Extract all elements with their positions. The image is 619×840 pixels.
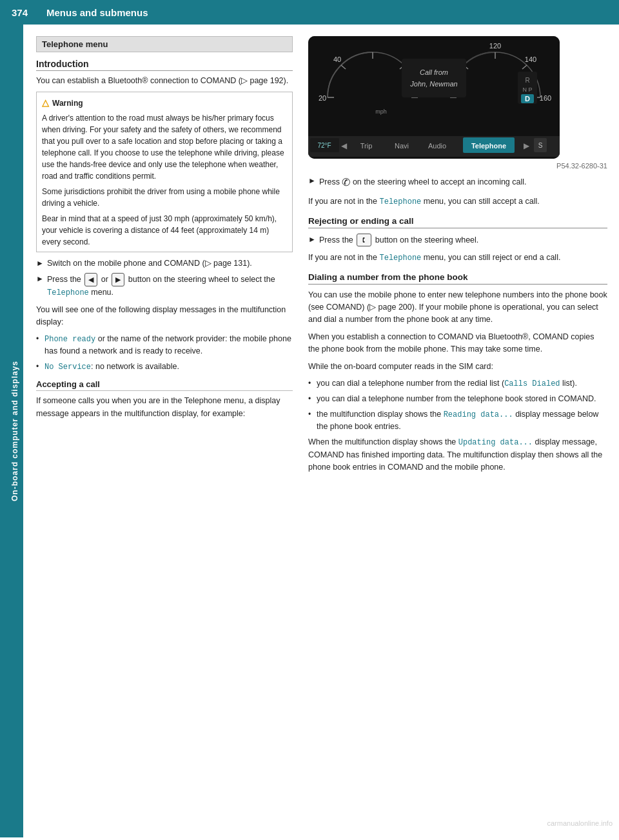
steps-list: ► Switch on the mobile phone and COMAND … (36, 257, 293, 298)
status-bullets: • Phone ready or the name of the network… (36, 333, 293, 373)
sim-bullet-2: • you can dial a telephone number from t… (308, 393, 607, 405)
step-1: ► Switch on the mobile phone and COMAND … (36, 257, 293, 270)
svg-text:◀: ◀ (341, 141, 348, 150)
bullet-no-service: • No Service: no network is available. (36, 361, 293, 373)
chapter-title: Menus and submenus (46, 7, 148, 18)
sidebar-accent-stripe (0, 25, 6, 837)
svg-text:160: 160 (540, 94, 551, 102)
warning-icon: △ (42, 96, 49, 110)
sim-bullets: • you can dial a telephone number from t… (308, 377, 607, 433)
dialing-heading: Dialing a number from the phone book (308, 272, 607, 285)
svg-text:mph: mph (375, 108, 387, 115)
accept-call-step: ► Press ✆ on the steering wheel to accep… (308, 175, 607, 190)
bullet-phone-ready: • Phone ready or the name of the network… (36, 333, 293, 357)
bullet-icon-2: • (36, 361, 41, 373)
page-body: On-board computer and displays Telephone… (0, 25, 619, 837)
reject-call-step: ► Press the 🕻 button on the steering whe… (308, 234, 607, 247)
svg-text:N P: N P (522, 86, 532, 93)
left-button: ◀ (84, 273, 97, 286)
sim-bullet-icon-3: • (308, 408, 313, 433)
svg-text:40: 40 (333, 55, 341, 63)
accepting-call-heading: Accepting a call (36, 379, 293, 391)
accepting-call-para: If someone calls you when you are in the… (36, 395, 293, 420)
dialing-para4: When the multifunction display shows the… (308, 436, 607, 474)
arrow-icon-reject: ► (308, 234, 316, 247)
svg-rect-16 (402, 59, 466, 97)
warning-text-1: A driver's attention to the road must al… (42, 112, 287, 182)
arrow-icon-2: ► (36, 273, 44, 299)
warning-box: △ Warning A driver's attention to the ro… (36, 92, 293, 252)
svg-text:Trip: Trip (360, 142, 373, 150)
you-will-see-para: You will see one of the following displa… (36, 304, 293, 329)
rejecting-heading: Rejecting or ending a call (308, 216, 607, 228)
introduction-para: You can establish a Bluetooth® connectio… (36, 75, 293, 87)
svg-text:20: 20 (319, 94, 326, 102)
accept-call-list: ► Press ✆ on the steering wheel to accep… (308, 175, 607, 190)
warning-title: △ Warning (42, 96, 287, 110)
svg-text:72°F: 72°F (317, 142, 331, 149)
svg-text:S: S (538, 142, 543, 149)
arrow-icon-accept: ► (308, 175, 316, 190)
right-button: ▶ (112, 273, 124, 286)
sim-bullet-1: • you can dial a telephone number from t… (308, 377, 607, 390)
sim-bullet-icon-2: • (308, 393, 313, 405)
if-not-telephone-para: If you are not in the Telephone menu, yo… (308, 195, 607, 208)
svg-text:Call from: Call from (420, 68, 448, 76)
step-2: ► Press the ◀ or ▶ button on the steerin… (36, 273, 293, 299)
content-area: Telephone menu Introduction You can esta… (25, 25, 619, 837)
svg-text:D: D (525, 95, 530, 103)
svg-text:John, Newman: John, Newman (409, 80, 457, 88)
if-not-telephone-para2: If you are not in the Telephone menu, yo… (308, 252, 607, 265)
dialing-para1: You can use the mobile phone to enter ne… (308, 289, 607, 326)
cluster-image: 20 40 120 140 (308, 36, 560, 159)
svg-text:120: 120 (489, 42, 501, 50)
dialing-para3: While the on-board computer reads in the… (308, 361, 607, 373)
reject-call-list: ► Press the 🕻 button on the steering whe… (308, 234, 607, 247)
sim-bullet-3: • the multifunction display shows the Re… (308, 408, 607, 433)
svg-text:R: R (525, 77, 529, 84)
page-number: 374 (12, 7, 35, 18)
section-box: Telephone menu (36, 36, 293, 52)
end-call-button: 🕻 (357, 234, 371, 247)
cluster-caption: P54.32-6280-31 (308, 162, 607, 170)
svg-text:140: 140 (525, 55, 536, 63)
left-column: Telephone menu Introduction You can esta… (25, 36, 302, 831)
svg-text:Telephone: Telephone (471, 142, 506, 150)
arrow-icon-1: ► (36, 257, 44, 270)
svg-text:Audio: Audio (428, 142, 446, 150)
introduction-heading: Introduction (36, 59, 293, 71)
warning-text-2: Some jurisdictions prohibit the driver f… (42, 186, 287, 209)
svg-text:▶: ▶ (524, 141, 530, 150)
dialing-para2: When you establish a connection to COMAN… (308, 331, 607, 356)
header-bar: 374 Menus and submenus (0, 0, 619, 25)
sidebar-label: On-board computer and displays (6, 25, 23, 837)
cluster-svg: 20 40 120 140 (308, 36, 560, 159)
right-column: 20 40 120 140 (302, 36, 619, 831)
svg-text:Navi: Navi (395, 142, 409, 150)
sim-bullet-icon-1: • (308, 377, 313, 390)
warning-text-3: Bear in mind that at a speed of just 30 … (42, 213, 287, 248)
bullet-icon-1: • (36, 333, 41, 357)
left-sidebar: On-board computer and displays (0, 25, 25, 837)
